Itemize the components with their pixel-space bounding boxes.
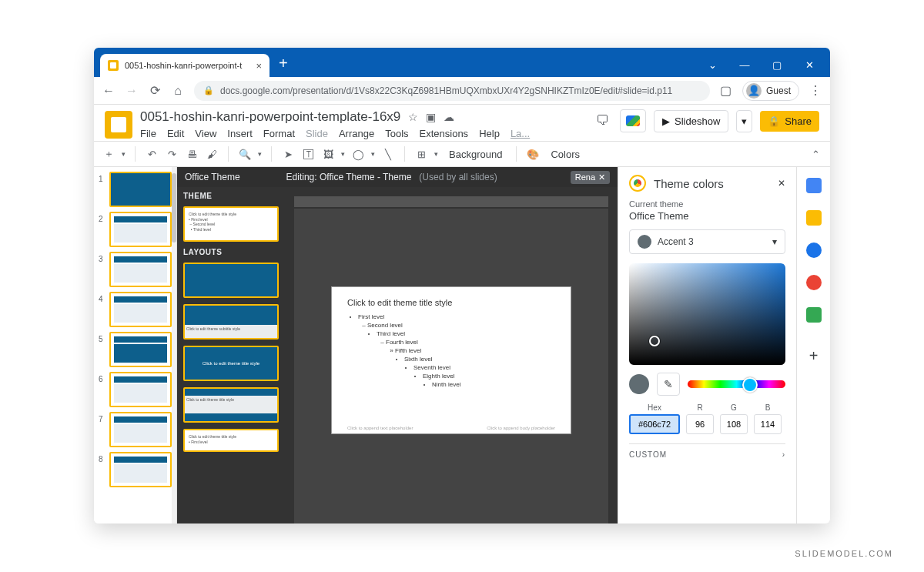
- colors-button[interactable]: Colors: [546, 146, 584, 162]
- menu-format[interactable]: Format: [263, 128, 295, 139]
- dropdown-icon: ▾: [772, 236, 777, 247]
- profile-button[interactable]: 👤 Guest: [742, 81, 799, 101]
- dropdown-icon[interactable]: ▾: [122, 150, 126, 158]
- slide-thumb-6[interactable]: [109, 372, 172, 407]
- close-panel-icon[interactable]: ✕: [778, 178, 785, 189]
- minimize-icon[interactable]: —: [738, 59, 752, 71]
- meet-button[interactable]: [620, 109, 646, 132]
- menu-help[interactable]: Help: [479, 128, 500, 139]
- theme-header: Office Theme Editing: Office Theme - The…: [177, 167, 618, 187]
- slide-title-placeholder[interactable]: Click to edit theme title style: [347, 298, 555, 307]
- menu-tools[interactable]: Tools: [385, 128, 408, 139]
- rename-button[interactable]: Rena ✕: [571, 171, 610, 184]
- keep-icon[interactable]: [806, 210, 822, 226]
- kebab-menu-icon[interactable]: ⋮: [808, 83, 822, 98]
- current-theme-sub: Current theme: [629, 199, 785, 209]
- slide-thumb-4[interactable]: [109, 292, 172, 327]
- move-icon[interactable]: ▣: [426, 111, 436, 123]
- menu-edit[interactable]: Edit: [167, 128, 184, 139]
- share-label: Share: [785, 115, 812, 127]
- select-icon[interactable]: ➤: [281, 149, 295, 160]
- install-icon[interactable]: ▢: [719, 83, 733, 98]
- g-input[interactable]: [720, 414, 748, 434]
- menu-file[interactable]: File: [140, 128, 156, 139]
- back-icon[interactable]: ←: [102, 84, 116, 98]
- b-input[interactable]: [754, 414, 782, 434]
- add-addon-icon[interactable]: +: [809, 347, 819, 365]
- master-slide[interactable]: Click to edit theme title style First le…: [332, 287, 571, 433]
- custom-section[interactable]: CUSTOM ›: [629, 443, 785, 459]
- comments-icon[interactable]: 🗨: [593, 110, 612, 132]
- slides-logo-icon[interactable]: [105, 111, 132, 139]
- textbox-icon[interactable]: 🅃: [301, 149, 315, 160]
- maximize-icon[interactable]: ▢: [770, 59, 784, 71]
- tasks-icon[interactable]: [806, 243, 822, 258]
- menu-view[interactable]: View: [195, 128, 216, 139]
- layout-thumb-5[interactable]: Click to edit theme title style• First l…: [183, 429, 279, 452]
- close-icon[interactable]: ✕: [598, 172, 605, 182]
- slideshow-button[interactable]: ▶ Slideshow: [654, 110, 728, 132]
- forward-icon[interactable]: →: [125, 84, 139, 98]
- new-tab-button[interactable]: +: [279, 55, 288, 72]
- hex-input[interactable]: [629, 414, 680, 434]
- tab-close-icon[interactable]: ×: [256, 60, 262, 72]
- theme-colors-panel: Theme colors ✕ Current theme Office Them…: [618, 167, 796, 523]
- r-input[interactable]: [686, 414, 714, 434]
- slide-thumb-5[interactable]: [109, 332, 172, 367]
- toolbar: ＋▾ ↶ ↷ 🖶 🖌 🔍▾ ➤ 🅃 🖼▾ ◯▾ ╲ ⊞▾ Background …: [94, 141, 830, 167]
- menu-arrange[interactable]: Arrange: [339, 128, 374, 139]
- layout-thumb-1[interactable]: [183, 263, 279, 298]
- doc-title[interactable]: 0051-hoshin-kanri-powerpoint-template-16…: [140, 109, 400, 125]
- slide-thumb-1[interactable]: [109, 172, 172, 207]
- maps-icon[interactable]: [806, 307, 822, 323]
- background-button[interactable]: Background: [444, 146, 507, 162]
- accent-label: Accent 3: [658, 236, 766, 247]
- master-thumb[interactable]: Click to edit theme title style• First l…: [183, 206, 279, 242]
- contacts-icon[interactable]: [806, 275, 822, 290]
- menu-overflow[interactable]: La...: [511, 128, 530, 139]
- reload-icon[interactable]: ⟳: [148, 83, 162, 98]
- palette-icon[interactable]: 🎨: [526, 149, 540, 160]
- eyedropper-button[interactable]: ✎: [657, 373, 680, 396]
- profile-label: Guest: [766, 85, 791, 96]
- app-header: 0051-hoshin-kanri-powerpoint-template-16…: [94, 105, 830, 141]
- star-icon[interactable]: ☆: [408, 111, 418, 123]
- new-slide-icon[interactable]: ＋: [102, 147, 116, 161]
- color-cursor[interactable]: [649, 336, 660, 346]
- omnibox[interactable]: 🔒 docs.google.com/presentation/d/1Vs8x22…: [194, 81, 710, 101]
- layout-thumb-2[interactable]: Click to edit theme subtitle style: [183, 304, 279, 340]
- image-icon[interactable]: 🖼: [321, 149, 335, 160]
- print-icon[interactable]: 🖶: [185, 149, 199, 160]
- accent-select[interactable]: Accent 3 ▾: [629, 229, 785, 254]
- color-gradient[interactable]: [629, 263, 785, 365]
- slide-thumb-3[interactable]: [109, 252, 172, 287]
- slide-thumb-7[interactable]: [109, 412, 172, 447]
- accent-swatch: [638, 235, 651, 249]
- redo-icon[interactable]: ↷: [165, 149, 179, 160]
- undo-icon[interactable]: ↶: [145, 149, 159, 160]
- menu-slide[interactable]: Slide: [306, 128, 328, 139]
- share-button[interactable]: 🔒 Share: [760, 111, 819, 132]
- placeholder-icon[interactable]: ⊞: [414, 149, 428, 160]
- slides-favicon-icon: [108, 60, 119, 71]
- paint-format-icon[interactable]: 🖌: [205, 149, 219, 160]
- browser-tab[interactable]: 0051-hoshin-kanri-powerpoint-t ×: [100, 54, 270, 77]
- hue-slider[interactable]: [688, 380, 785, 388]
- canvas-bg[interactable]: Click to edit theme title style First le…: [294, 209, 608, 523]
- slideshow-dropdown[interactable]: ▾: [736, 110, 752, 132]
- menu-insert[interactable]: Insert: [227, 128, 253, 139]
- close-window-icon[interactable]: ✕: [802, 59, 816, 71]
- layout-thumb-4[interactable]: Click to edit theme title style: [183, 387, 279, 423]
- filmstrip-scrollbar[interactable]: [172, 167, 176, 523]
- collapse-icon[interactable]: ⌃: [808, 149, 822, 160]
- slide-thumb-2[interactable]: [109, 212, 172, 247]
- zoom-icon[interactable]: 🔍: [238, 149, 252, 160]
- shape-icon[interactable]: ◯: [351, 149, 365, 160]
- chevron-down-icon[interactable]: ⌄: [705, 59, 719, 71]
- home-icon[interactable]: ⌂: [171, 84, 185, 98]
- slide-thumb-8[interactable]: [109, 452, 172, 487]
- calendar-icon[interactable]: [806, 178, 822, 193]
- line-icon[interactable]: ╲: [381, 149, 395, 160]
- layout-thumb-3[interactable]: Click to edit theme title style: [183, 346, 279, 381]
- menu-extensions[interactable]: Extensions: [420, 128, 469, 139]
